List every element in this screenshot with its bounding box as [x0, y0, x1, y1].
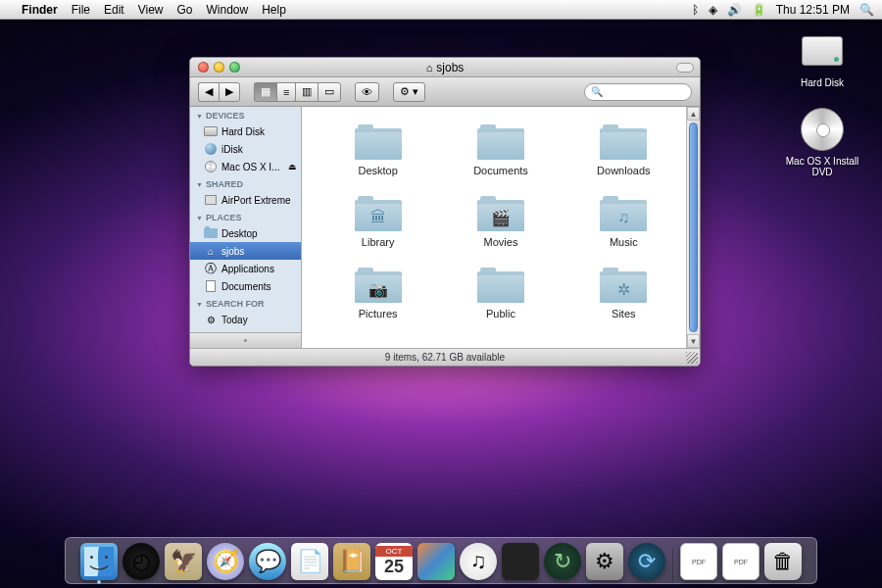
sidebar-item-documents[interactable]: Documents — [190, 277, 301, 295]
sidebar-item-mac-os-x-i-[interactable]: Mac OS X I...⏏ — [190, 158, 301, 175]
folder-icon — [600, 124, 647, 160]
view-column-button[interactable]: ▥ — [295, 82, 318, 102]
folder-downloads[interactable]: Downloads — [567, 124, 680, 176]
dock-item-finder[interactable] — [79, 542, 119, 581]
titlebar[interactable]: ⌂ sjobs — [190, 58, 700, 77]
address-book-icon: 📔 — [333, 543, 370, 580]
folder-icon — [477, 268, 524, 303]
time-machine-icon: ↻ — [544, 543, 581, 580]
clock[interactable]: Thu 12:51 PM — [776, 3, 850, 17]
content-area[interactable]: DesktopDocumentsDownloads🏛Library🎬Movies… — [302, 107, 700, 348]
home-icon: ⌂ — [426, 62, 433, 74]
desktop-icons: Hard Disk Mac OS X Install DVD — [778, 27, 866, 177]
folder-label: Desktop — [358, 165, 397, 176]
dock-item-mail[interactable]: 🦅 — [164, 542, 203, 581]
svg-point-0 — [90, 556, 93, 559]
dock-item-sync[interactable]: ⟳ — [627, 542, 666, 581]
folder-icon: 🎬 — [477, 196, 524, 231]
desktop-icon-install-dvd[interactable]: Mac OS X Install DVD — [778, 106, 866, 177]
back-button[interactable]: ◀ — [198, 82, 219, 102]
scroll-thumb[interactable] — [689, 122, 698, 332]
sidebar-item-today[interactable]: ⚙Today — [190, 311, 301, 328]
dock-item-preview[interactable] — [416, 542, 456, 581]
dock-item-ical[interactable]: OCT25 — [374, 542, 414, 581]
running-indicator — [97, 580, 101, 584]
search-input[interactable] — [607, 86, 685, 97]
menu-edit[interactable]: Edit — [104, 3, 124, 17]
bluetooth-icon[interactable]: ᛒ — [692, 3, 699, 17]
sidebar-item-label: AirPort Extreme — [221, 195, 291, 206]
folder-icon: 📷 — [355, 268, 402, 303]
folder-music[interactable]: ♫Music — [567, 196, 680, 248]
sidebar-resize[interactable]: • — [190, 332, 301, 348]
folder-documents[interactable]: Documents — [444, 124, 557, 176]
dock-item-textedit[interactable]: 📄 — [290, 542, 329, 581]
document-pdf-2-icon: PDF — [722, 543, 760, 580]
dock-item-document-pdf-2[interactable]: PDF — [721, 542, 760, 581]
folder-movies[interactable]: 🎬Movies — [444, 196, 557, 248]
dock-item-dashboard[interactable]: ◴ — [122, 542, 161, 581]
zoom-button[interactable] — [229, 62, 240, 73]
sidebar-item-applications[interactable]: ⒶApplications — [190, 260, 301, 277]
folder-library[interactable]: 🏛Library — [321, 196, 434, 248]
dock-item-system-preferences[interactable]: ⚙ — [585, 542, 624, 581]
scroll-down-button[interactable]: ▼ — [687, 334, 700, 348]
dock-item-spaces[interactable] — [501, 542, 540, 581]
view-coverflow-button[interactable]: ▭ — [318, 82, 341, 102]
view-icon-button[interactable]: ▦ — [254, 82, 276, 102]
dock-item-ichat[interactable]: 💬 — [248, 542, 287, 581]
dock-item-safari[interactable]: 🧭 — [206, 542, 245, 581]
wifi-icon[interactable]: ◈ — [709, 3, 717, 17]
scrollbar[interactable]: ▲ ▼ — [686, 107, 700, 348]
menu-file[interactable]: File — [72, 3, 90, 17]
spaces-icon — [502, 543, 539, 580]
folder-label: Sites — [612, 308, 635, 319]
desktop-icon-hard-disk[interactable]: Hard Disk — [778, 27, 866, 88]
sidebar-section-header[interactable]: ▼ SEARCH FOR — [190, 295, 301, 311]
sidebar-item-airport-extreme[interactable]: AirPort Extreme — [190, 191, 301, 209]
volume-icon[interactable]: 🔊 — [727, 3, 742, 17]
document-pdf-1-icon: PDF — [680, 543, 717, 580]
app-menu[interactable]: Finder — [22, 3, 58, 17]
sidebar-item-hard-disk[interactable]: Hard Disk — [190, 122, 301, 140]
spotlight-icon[interactable]: 🔍 — [859, 3, 874, 17]
sidebar-item-label: Today — [221, 315, 248, 325]
sidebar-section-header[interactable]: ▼ PLACES — [190, 209, 301, 224]
quicklook-button[interactable]: 👁 — [355, 82, 379, 102]
menu-help[interactable]: Help — [262, 3, 286, 17]
dock-item-address-book[interactable]: 📔 — [332, 542, 371, 581]
close-button[interactable] — [198, 62, 209, 73]
menu-view[interactable]: View — [138, 3, 164, 17]
scroll-up-button[interactable]: ▲ — [687, 107, 700, 121]
minimize-button[interactable] — [214, 62, 224, 73]
toolbar: ◀ ▶ ▦ ≡ ▥ ▭ 👁 ⚙ ▾ 🔍 — [190, 77, 700, 107]
dvd-icon — [801, 108, 844, 151]
battery-icon[interactable]: 🔋 — [752, 3, 766, 17]
ical-icon: OCT25 — [375, 543, 413, 580]
folder-public[interactable]: Public — [444, 268, 557, 319]
forward-button[interactable]: ▶ — [219, 82, 240, 102]
dock-item-time-machine[interactable]: ↻ — [543, 542, 582, 581]
safari-icon: 🧭 — [207, 543, 244, 580]
folder-desktop[interactable]: Desktop — [321, 124, 434, 176]
action-menu-button[interactable]: ⚙ ▾ — [393, 82, 425, 102]
resize-grip[interactable] — [686, 352, 698, 364]
dock-item-trash[interactable]: 🗑 — [763, 542, 803, 581]
sidebar-item-desktop[interactable]: Desktop — [190, 224, 301, 242]
mail-icon: 🦅 — [165, 543, 202, 580]
finder-window[interactable]: ⌂ sjobs ◀ ▶ ▦ ≡ ▥ ▭ 👁 ⚙ ▾ 🔍 ▼ D — [189, 57, 701, 367]
dock-item-document-pdf-1[interactable]: PDF — [679, 542, 718, 581]
folder-sites[interactable]: ✲Sites — [567, 268, 680, 319]
sidebar-section-header[interactable]: ▼ SHARED — [190, 175, 301, 191]
search-field[interactable]: 🔍 — [584, 83, 692, 101]
menu-go[interactable]: Go — [177, 3, 193, 17]
toolbar-toggle-button[interactable] — [676, 63, 694, 73]
desktop[interactable]: Finder File Edit View Go Window Help ᛒ ◈… — [0, 0, 882, 588]
sidebar-section-header[interactable]: ▼ DEVICES — [190, 107, 301, 122]
dock-item-itunes[interactable]: ♫ — [459, 542, 498, 581]
menu-window[interactable]: Window — [207, 3, 249, 17]
sidebar-item-idisk[interactable]: iDisk — [190, 140, 301, 158]
sidebar-item-sjobs[interactable]: ⌂sjobs — [190, 242, 301, 260]
view-list-button[interactable]: ≡ — [276, 82, 295, 102]
folder-pictures[interactable]: 📷Pictures — [321, 268, 434, 319]
